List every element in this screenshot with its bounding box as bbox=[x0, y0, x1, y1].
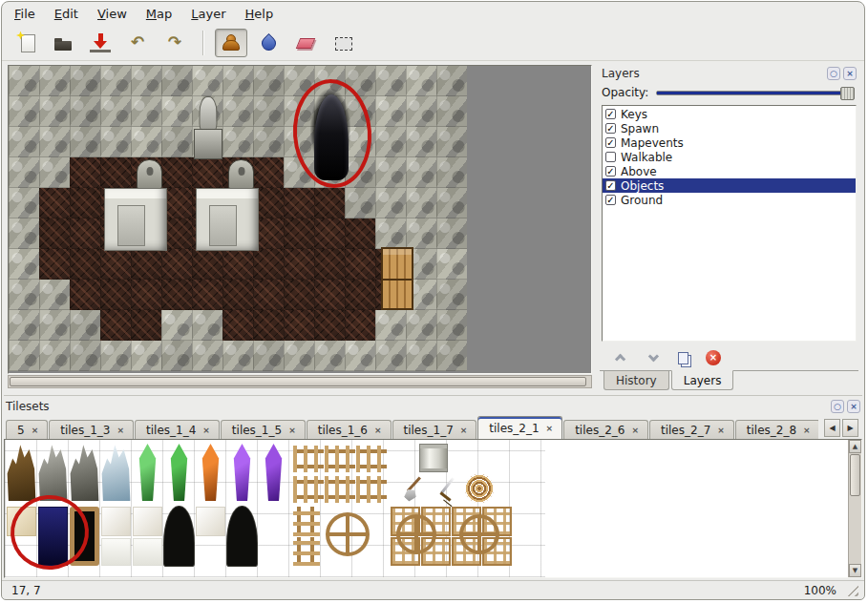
tile-rock-brown[interactable] bbox=[7, 444, 36, 501]
menu-layer[interactable]: Layer bbox=[182, 4, 234, 24]
map-tile-floor[interactable] bbox=[100, 157, 131, 188]
map-tile-floor[interactable] bbox=[70, 188, 100, 218]
map-tile-floor[interactable] bbox=[253, 249, 284, 280]
menu-view[interactable]: View bbox=[89, 4, 136, 24]
layer-row-walkable[interactable]: Walkable bbox=[603, 150, 856, 164]
map-tile-floor[interactable] bbox=[345, 310, 375, 341]
map-tile-wall[interactable] bbox=[222, 96, 253, 127]
map-tile-floor[interactable] bbox=[314, 188, 345, 218]
layer-row-above[interactable]: ✓Above bbox=[603, 164, 856, 178]
save-button[interactable] bbox=[84, 29, 116, 57]
map-tile-wall[interactable] bbox=[406, 310, 436, 341]
map-tile-wall[interactable] bbox=[406, 188, 436, 218]
tab-close-button[interactable]: × bbox=[32, 426, 39, 435]
map-scrollbar-thumb[interactable] bbox=[10, 377, 586, 386]
layer-row-keys[interactable]: ✓Keys bbox=[603, 107, 856, 121]
tile-tile-white-3[interactable] bbox=[196, 507, 225, 536]
tileset-tab-tiles-1-7[interactable]: tiles_1_7× bbox=[392, 420, 477, 439]
map-tile-floor[interactable] bbox=[222, 249, 253, 280]
map-tile-wall[interactable] bbox=[436, 66, 467, 96]
map-tile-wall[interactable] bbox=[39, 310, 70, 341]
scroll-up-button[interactable]: ▲ bbox=[849, 440, 861, 453]
tileset-palette[interactable]: ▲ ▼ bbox=[4, 439, 862, 578]
tile-tile-white-2[interactable] bbox=[133, 507, 162, 536]
map-tile-wall[interactable] bbox=[161, 66, 192, 96]
map-tile-floor[interactable] bbox=[253, 310, 284, 341]
map-tile-wall[interactable] bbox=[70, 66, 100, 96]
map-tile-floor[interactable] bbox=[131, 310, 161, 341]
layer-checkbox[interactable]: ✓ bbox=[605, 180, 616, 191]
select-tool-button[interactable] bbox=[327, 29, 359, 57]
undo-button[interactable]: ↶ bbox=[121, 29, 154, 57]
map-tile-wall[interactable] bbox=[39, 127, 70, 157]
crate[interactable] bbox=[381, 247, 413, 310]
palette-vertical-scrollbar[interactable]: ▲ ▼ bbox=[848, 440, 861, 577]
map-tile-floor[interactable] bbox=[222, 280, 253, 310]
map-tile-wall[interactable] bbox=[131, 96, 161, 127]
map-tile-wall[interactable] bbox=[222, 341, 253, 371]
tabs-scroll-left-button[interactable]: ◀ bbox=[824, 419, 840, 437]
map-tile-floor[interactable] bbox=[314, 218, 345, 249]
map-tile-wall[interactable] bbox=[406, 66, 436, 96]
map-tile-wall[interactable] bbox=[375, 157, 406, 188]
tile-cave-arch-2[interactable] bbox=[227, 507, 257, 566]
layer-row-mapevents[interactable]: ✓Mapevents bbox=[603, 135, 856, 150]
map-tile-floor[interactable] bbox=[100, 310, 131, 341]
tileset-tab-tiles-1-5[interactable]: tiles_1_5× bbox=[221, 420, 306, 439]
tile-crystal-orange[interactable] bbox=[196, 444, 225, 501]
tile-tile-snow-1[interactable] bbox=[101, 538, 131, 566]
map-tile-wall[interactable] bbox=[253, 341, 284, 371]
menu-map[interactable]: Map bbox=[138, 4, 180, 24]
tab-close-button[interactable]: × bbox=[631, 426, 639, 435]
map-tile-floor[interactable] bbox=[131, 249, 161, 280]
map-tile-floor[interactable] bbox=[161, 280, 192, 310]
tile-crystal-green-2[interactable] bbox=[164, 444, 194, 501]
tab-close-button[interactable]: × bbox=[546, 424, 554, 433]
map-tile-wall[interactable] bbox=[375, 188, 406, 218]
map-horizontal-scrollbar[interactable] bbox=[8, 375, 592, 388]
tile-track-h-4[interactable] bbox=[293, 476, 324, 503]
map-tile-floor[interactable] bbox=[314, 280, 345, 310]
tile-whip[interactable] bbox=[465, 474, 494, 503]
map-tile-floor[interactable] bbox=[192, 157, 222, 188]
statue[interactable] bbox=[194, 96, 222, 159]
layer-move-up-button[interactable] bbox=[611, 348, 632, 367]
layer-checkbox[interactable] bbox=[605, 152, 616, 162]
map-tile-wall[interactable] bbox=[253, 66, 284, 96]
palette-scrollbar-thumb[interactable] bbox=[850, 454, 860, 496]
map-tile-wall[interactable] bbox=[70, 341, 100, 371]
opacity-slider[interactable] bbox=[656, 85, 857, 100]
map-tile-wall[interactable] bbox=[436, 157, 467, 188]
map-tile-floor[interactable] bbox=[70, 218, 100, 249]
map-tile-floor[interactable] bbox=[70, 157, 100, 188]
tile-track-h-3[interactable] bbox=[356, 446, 387, 472]
tileset-tab-tiles-2-8[interactable]: tiles_2_8× bbox=[735, 420, 818, 439]
new-file-button[interactable] bbox=[10, 29, 42, 57]
tile-track-v-2[interactable] bbox=[293, 537, 320, 566]
tile-wheel-2[interactable] bbox=[396, 514, 436, 554]
tile-shovel[interactable] bbox=[400, 474, 429, 503]
tab-close-button[interactable]: × bbox=[202, 426, 210, 435]
layer-move-down-button[interactable] bbox=[642, 348, 663, 367]
map-tile-wall[interactable] bbox=[161, 341, 192, 371]
map-tile-wall[interactable] bbox=[100, 96, 131, 127]
map-tile-wall[interactable] bbox=[436, 188, 467, 218]
scroll-down-button[interactable]: ▼ bbox=[849, 564, 861, 577]
map-tile-floor[interactable] bbox=[192, 249, 222, 280]
map-tile-floor[interactable] bbox=[345, 218, 375, 249]
tile-crystal-green-1[interactable] bbox=[133, 444, 162, 501]
layer-checkbox[interactable]: ✓ bbox=[605, 123, 616, 134]
tab-history[interactable]: History bbox=[603, 371, 669, 390]
menu-help[interactable]: Help bbox=[237, 4, 283, 24]
map-tile-floor[interactable] bbox=[70, 280, 100, 310]
tileset-tab-tiles-1-3[interactable]: tiles_1_3× bbox=[49, 420, 134, 439]
map-tile-wall[interactable] bbox=[131, 127, 161, 157]
map-tile-wall[interactable] bbox=[39, 341, 70, 371]
map-tile-wall[interactable] bbox=[284, 341, 314, 371]
layer-checkbox[interactable]: ✓ bbox=[605, 109, 616, 119]
map-tile-wall[interactable] bbox=[345, 341, 375, 371]
map-tile-wall[interactable] bbox=[375, 310, 406, 341]
map-tile-floor[interactable] bbox=[345, 280, 375, 310]
map-tile-wall[interactable] bbox=[9, 249, 39, 280]
map-tile-wall[interactable] bbox=[161, 96, 192, 127]
